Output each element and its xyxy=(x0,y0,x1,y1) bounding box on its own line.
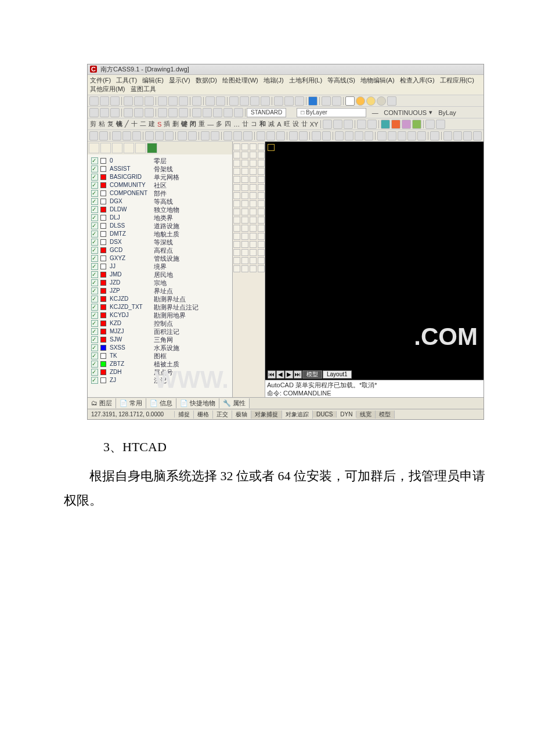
lp-icon-5[interactable] xyxy=(135,143,146,153)
palette-tool-icon[interactable] xyxy=(241,160,248,167)
palette-tool-icon[interactable] xyxy=(250,192,257,199)
menu-ground[interactable]: 地物编辑(A) xyxy=(360,77,395,84)
palette-tool-icon[interactable] xyxy=(233,152,240,159)
layer-row[interactable]: ASSIST骨架线 xyxy=(91,165,229,173)
palette-tool-icon[interactable] xyxy=(233,241,240,248)
menu-tool[interactable]: 工具(T) xyxy=(116,77,137,84)
design-icon[interactable] xyxy=(284,96,294,106)
layer-row[interactable]: DLDW独立地物 xyxy=(91,206,229,214)
layer-row[interactable]: KCJZD_TXT勘测界址点注记 xyxy=(91,303,229,311)
palette-tool-icon[interactable] xyxy=(258,208,265,215)
palette-tool-icon[interactable] xyxy=(233,208,240,215)
publish-icon[interactable] xyxy=(145,96,154,106)
lp-icon-3[interactable] xyxy=(112,143,122,153)
copy-icon[interactable] xyxy=(168,96,178,106)
layer-visible-checkbox[interactable] xyxy=(91,320,98,327)
layer-row[interactable]: SXSS水系设施 xyxy=(91,344,229,352)
layer-visible-checkbox[interactable] xyxy=(91,182,98,189)
layer-visible-checkbox[interactable] xyxy=(91,279,98,286)
palette-tool-icon[interactable] xyxy=(233,176,240,183)
palette-tool-icon[interactable] xyxy=(258,233,265,240)
menu-cadastre[interactable]: 地籍(J) xyxy=(264,77,284,84)
palette-tool-icon[interactable] xyxy=(250,160,257,167)
lp-icon-1[interactable] xyxy=(89,143,99,153)
layer-row[interactable]: DLJ地类界 xyxy=(91,214,229,222)
pan-icon[interactable] xyxy=(229,96,239,106)
draw13-icon[interactable] xyxy=(223,108,233,117)
t4aa-icon[interactable] xyxy=(377,131,386,141)
textstyle-dropdown[interactable]: STANDARD xyxy=(247,108,286,117)
draw6-icon[interactable] xyxy=(145,108,154,117)
palette-tool-icon[interactable] xyxy=(233,200,240,207)
layer-row[interactable]: TK图框 xyxy=(91,352,229,360)
draw7-icon[interactable] xyxy=(158,108,167,117)
props-icon[interactable] xyxy=(274,96,283,106)
tab-next-icon[interactable]: ▶ xyxy=(285,370,293,379)
layer-row[interactable]: GCD高程点 xyxy=(91,246,229,254)
palette-tool-icon[interactable] xyxy=(241,200,248,207)
mode1-icon[interactable] xyxy=(323,120,332,129)
layer-visible-checkbox[interactable] xyxy=(91,352,98,359)
palette-tool-icon[interactable] xyxy=(258,241,265,248)
linetype-dropdown[interactable]: CONTINUOUS xyxy=(384,109,427,116)
palette-tool-icon[interactable] xyxy=(241,168,248,175)
layer-row[interactable]: KCYDJ勘测用地界 xyxy=(91,311,229,319)
layer-row[interactable]: ZBTZ植被土质 xyxy=(91,360,229,368)
command-line[interactable]: AutoCAD 菜单实用程序已加载。*取消* 命令: COMMANDLINE 命… xyxy=(265,380,484,397)
layer-row[interactable]: ZDH展点号 xyxy=(91,368,229,376)
palette-tool-icon[interactable] xyxy=(250,168,257,175)
menu-view[interactable]: 显示(V) xyxy=(169,77,190,84)
layer-visible-checkbox[interactable] xyxy=(91,231,98,237)
draw4-icon[interactable] xyxy=(124,108,133,117)
misc3-icon[interactable] xyxy=(387,96,396,106)
palette-tool-icon[interactable] xyxy=(233,160,240,167)
t4m-icon[interactable] xyxy=(223,131,232,141)
t4q-icon[interactable] xyxy=(266,131,275,141)
grid-toggle[interactable]: 栅格 xyxy=(194,411,213,419)
paste-icon[interactable] xyxy=(179,96,188,106)
t4g-icon[interactable] xyxy=(155,131,164,141)
layer-visible-checkbox[interactable] xyxy=(91,239,98,246)
palette-tool-icon[interactable] xyxy=(241,225,248,232)
palette-tool-icon[interactable] xyxy=(233,184,240,191)
t4k-icon[interactable] xyxy=(201,131,210,141)
layer-row[interactable]: GXYZ管线设施 xyxy=(91,254,229,262)
palette-tool-icon[interactable] xyxy=(233,217,240,224)
brush-icon[interactable] xyxy=(192,96,201,106)
layer-visible-checkbox[interactable] xyxy=(91,296,98,303)
draw5-icon[interactable] xyxy=(134,108,143,117)
draw11-icon[interactable] xyxy=(203,108,212,117)
t4h-icon[interactable] xyxy=(165,131,174,141)
palette-tool-icon[interactable] xyxy=(241,233,248,240)
layer-dropdown[interactable]: □ ByLayer xyxy=(297,108,366,117)
t4t-icon[interactable] xyxy=(299,131,308,141)
palette-tool-icon[interactable] xyxy=(241,241,248,248)
palette-tool-icon[interactable] xyxy=(233,192,240,199)
t4aj-icon[interactable] xyxy=(473,131,482,141)
menu-plot[interactable]: 蓝图工具 xyxy=(131,85,156,92)
t4u-icon[interactable] xyxy=(312,131,320,141)
otrack-toggle[interactable]: 对象追踪 xyxy=(282,411,313,419)
layer-visible-checkbox[interactable] xyxy=(91,247,98,254)
layer-row[interactable]: ZJ注记 xyxy=(91,376,229,384)
palette-tool-icon[interactable] xyxy=(233,143,240,150)
menu-draw[interactable]: 绘图处理(W) xyxy=(222,77,258,84)
modelspace-toggle[interactable]: 模型 xyxy=(376,411,395,419)
menu-file[interactable]: 文件(F) xyxy=(90,77,111,84)
help-icon[interactable] xyxy=(308,96,317,106)
layer-row[interactable]: BASICGRID单元网格 xyxy=(91,173,229,181)
palette-tool-icon[interactable] xyxy=(258,176,265,183)
print-icon[interactable] xyxy=(124,96,133,106)
palette-tool-icon[interactable] xyxy=(241,152,248,159)
menu-other[interactable]: 其他应用(M) xyxy=(90,85,125,92)
layer-row[interactable]: JJ境界 xyxy=(91,262,229,271)
palette-tool-icon[interactable] xyxy=(258,225,265,232)
menu-data[interactable]: 数据(D) xyxy=(196,77,217,84)
lp-icon-4[interactable] xyxy=(124,143,134,153)
layer-visible-checkbox[interactable] xyxy=(91,312,98,319)
t4ab-icon[interactable] xyxy=(388,131,396,141)
bottom-layer[interactable]: 🗂 图层 xyxy=(88,398,116,408)
palette-tool-icon[interactable] xyxy=(241,176,248,183)
menu-contour[interactable]: 等高线(S) xyxy=(327,77,355,84)
layer-visible-checkbox[interactable] xyxy=(91,271,98,278)
